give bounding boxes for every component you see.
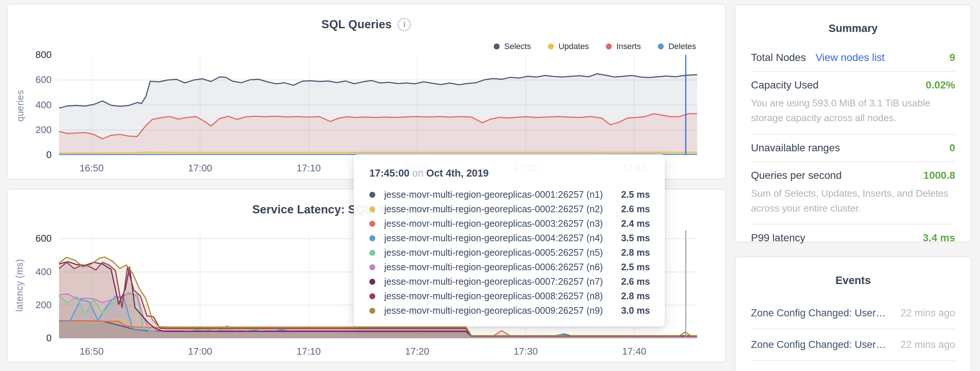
legend-label: Inserts [616, 42, 641, 51]
tooltip-node-row: jesse-movr-multi-region-georeplicas-0005… [369, 245, 650, 260]
tooltip-time: 17:45:00 [369, 168, 409, 179]
x-tick-label: 17:00 [174, 346, 226, 357]
inserts-area-fill [59, 114, 697, 155]
summary-panel: Summary Total Nodes View nodes list 9 Ca… [735, 5, 972, 242]
p99-latency-value: 3.4 ms [923, 232, 955, 244]
legend-item-updates[interactable]: Updates [548, 42, 589, 51]
y-tick-label: 400 [3, 99, 52, 111]
capacity-used-label: Capacity Used [751, 79, 819, 91]
p99-latency-label: P99 latency [751, 232, 805, 244]
summary-row-p99-latency: P99 latency 3.4 ms [751, 224, 955, 251]
node-color-dot-icon [369, 206, 375, 212]
node-name: jesse-movr-multi-region-georeplicas-0003… [384, 218, 621, 229]
capacity-used-value: 0.02% [926, 79, 955, 91]
events-list: Zone Config Changed: User…22 mins agoZon… [735, 286, 971, 371]
view-nodes-list-link[interactable]: View nodes list [816, 52, 885, 64]
node-name: jesse-movr-multi-region-georeplicas-0009… [384, 305, 621, 316]
y-tick-label: 600 [3, 233, 52, 244]
cluster-overview-page: SQL Queries i SelectsUpdatesInsertsDelet… [0, 0, 980, 371]
sql-queries-y-axis-label: queries [15, 80, 25, 132]
legend-label: Updates [558, 42, 589, 51]
x-tick-label: 17:10 [283, 162, 334, 174]
legend-label: Deletes [668, 42, 696, 51]
sql-queries-chart-title: SQL Queries [321, 18, 391, 31]
event-row[interactable]: Zone Config Changed: User…22 mins ago [751, 360, 955, 371]
node-color-dot-icon [369, 235, 375, 241]
y-tick-label: 200 [3, 124, 52, 136]
sql-queries-legend: SelectsUpdatesInsertsDeletes [494, 42, 696, 51]
node-latency-value: 2.5 ms [621, 262, 650, 272]
events-title: Events [735, 257, 971, 286]
total-nodes-value: 9 [949, 52, 955, 64]
node-latency-value: 2.6 ms [621, 276, 650, 287]
sql-queries-chart-panel: SQL Queries i SelectsUpdatesInsertsDelet… [7, 4, 726, 179]
event-label: Zone Config Changed: User… [751, 339, 886, 350]
node-color-dot-icon [369, 293, 375, 299]
queries-per-second-value: 1000.8 [923, 170, 955, 181]
tooltip-node-list: jesse-movr-multi-region-georeplicas-0001… [369, 187, 650, 318]
summary-title: Summary [735, 5, 971, 35]
event-time: 22 mins ago [900, 307, 955, 319]
unavailable-ranges-value: 0 [949, 142, 955, 154]
x-tick-label: 16:50 [66, 162, 118, 174]
summary-body: Total Nodes View nodes list 9 Capacity U… [735, 35, 971, 251]
tooltip-node-row: jesse-movr-multi-region-georeplicas-0009… [369, 303, 650, 318]
x-tick-label: 17:40 [608, 346, 660, 357]
chart-hover-tooltip: 17:45:00 on Oct 4th, 2019 jesse-movr-mul… [354, 154, 665, 326]
summary-row-unavailable-ranges: Unavailable ranges 0 [751, 134, 955, 162]
capacity-used-description: You are using 593.0 MiB of 3.1 TiB usabl… [751, 96, 955, 134]
node-latency-value: 2.8 ms [621, 291, 650, 301]
x-tick-label: 17:00 [174, 162, 226, 174]
node-name: jesse-movr-multi-region-georeplicas-0004… [384, 233, 621, 243]
y-tick-label: 200 [3, 299, 52, 311]
events-panel: Events Zone Config Changed: User…22 mins… [735, 256, 972, 371]
total-nodes-label: Total Nodes [751, 52, 806, 64]
event-label: Zone Config Changed: User… [751, 307, 886, 319]
node-name: jesse-movr-multi-region-georeplicas-0006… [384, 262, 621, 272]
node-color-dot-icon [369, 308, 375, 314]
legend-dot-icon [494, 43, 500, 50]
node-latency-value: 2.8 ms [621, 247, 650, 258]
node-name: jesse-movr-multi-region-georeplicas-0001… [384, 189, 621, 200]
y-tick-label: 400 [3, 266, 52, 278]
x-tick-label: 17:10 [283, 346, 334, 357]
x-tick-label: 17:20 [391, 346, 443, 357]
node-name: jesse-movr-multi-region-georeplicas-0007… [384, 276, 621, 287]
legend-item-deletes[interactable]: Deletes [658, 42, 696, 51]
y-tick-label: 600 [3, 74, 52, 85]
event-row[interactable]: Zone Config Changed: User…22 mins ago [751, 298, 955, 329]
tooltip-date: Oct 4th, 2019 [426, 168, 488, 179]
node-color-dot-icon [369, 221, 375, 227]
queries-per-second-label: Queries per second [751, 170, 842, 181]
legend-item-selects[interactable]: Selects [494, 42, 531, 51]
tooltip-node-row: jesse-movr-multi-region-georeplicas-0002… [369, 202, 650, 216]
event-row[interactable]: Zone Config Changed: User…22 mins ago [751, 329, 955, 360]
tooltip-node-row: jesse-movr-multi-region-georeplicas-0004… [369, 231, 650, 245]
sql-queries-title-row: SQL Queries i [8, 18, 725, 31]
node-latency-value: 2.6 ms [621, 204, 650, 214]
tooltip-timestamp: 17:45:00 on Oct 4th, 2019 [369, 168, 650, 179]
node-latency-value: 3.0 ms [621, 305, 650, 316]
legend-item-inserts[interactable]: Inserts [606, 42, 641, 51]
tooltip-node-row: jesse-movr-multi-region-georeplicas-0003… [369, 216, 650, 231]
tooltip-node-row: jesse-movr-multi-region-georeplicas-0007… [369, 274, 650, 289]
tooltip-node-row: jesse-movr-multi-region-georeplicas-0001… [369, 187, 650, 202]
node-color-dot-icon [369, 250, 375, 256]
legend-dot-icon [658, 43, 664, 50]
legend-dot-icon [606, 43, 612, 50]
summary-row-total-nodes: Total Nodes View nodes list 9 [751, 44, 955, 71]
node-color-dot-icon [369, 192, 375, 198]
x-tick-label: 16:50 [66, 346, 118, 357]
x-tick-label: 17:30 [500, 346, 552, 357]
event-time: 22 mins ago [900, 339, 955, 350]
y-tick-label: 0 [3, 149, 52, 161]
legend-dot-icon [548, 43, 554, 50]
info-icon[interactable]: i [398, 18, 411, 31]
node-latency-value: 3.5 ms [621, 233, 650, 243]
tooltip-node-row: jesse-movr-multi-region-georeplicas-0006… [369, 260, 650, 274]
service-latency-y-axis-label: latency (ms) [14, 248, 25, 323]
queries-per-second-description: Sum of Selects, Updates, Inserts, and De… [751, 186, 955, 224]
node-color-dot-icon [369, 279, 375, 285]
y-tick-label: 0 [3, 333, 52, 344]
node-name: jesse-movr-multi-region-georeplicas-0002… [384, 204, 621, 214]
